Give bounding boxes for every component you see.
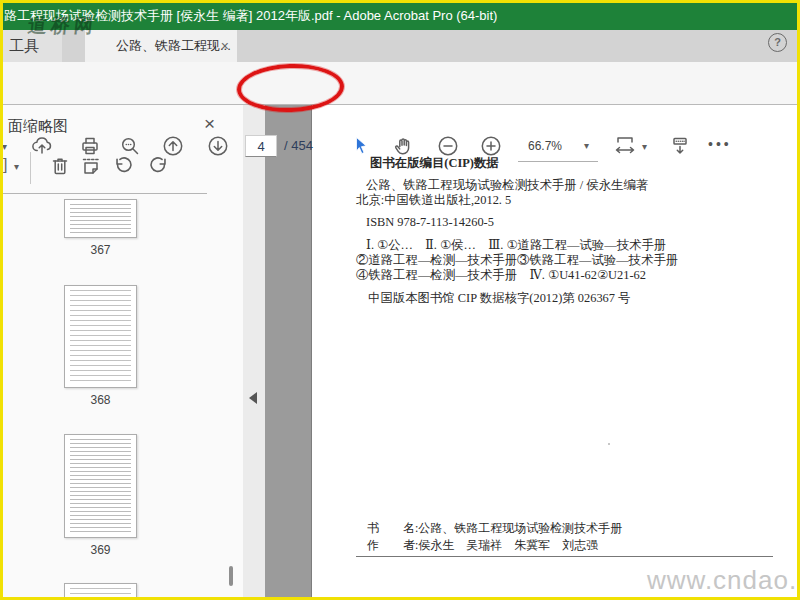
main-toolbar: ▾ [0, 62, 800, 105]
collapse-panel-icon[interactable] [249, 392, 257, 404]
tab-close-icon[interactable]: × [221, 30, 229, 62]
print-button[interactable] [78, 134, 102, 158]
colophon-block: 书 名:公路、铁路工程现场试验检测技术手册 作 者:侯永生 吴瑞祥 朱冀军 刘志… [367, 520, 622, 553]
pdf-page[interactable]: 图书在版编目(CIP)数据 公路、铁路工程现场试验检测技术手册 / 侯永生编著 … [311, 104, 800, 597]
zoom-level-value: 66.7% [528, 139, 562, 153]
cndao-watermark: www.cndao.com [647, 565, 800, 596]
search-icon [118, 134, 142, 158]
zoom-caret-icon: ▾ [584, 140, 589, 151]
sidebar-scrollbar[interactable] [229, 566, 233, 586]
panel-close-icon[interactable]: × [204, 113, 215, 135]
thumbnail-label: 368 [64, 393, 137, 407]
thumbnail-page-370-partial[interactable] [64, 583, 137, 600]
window-title: 路工程现场试验检测技术手册 [侯永生 编著] 2012年版.pdf - Adob… [4, 7, 784, 25]
page-count-label: / 454 [284, 138, 313, 153]
extract-pages-button[interactable] [79, 154, 103, 182]
cursor-pointer-icon [349, 134, 373, 158]
page-display-button[interactable] [668, 134, 692, 158]
thumbnail-page-368[interactable] [64, 285, 137, 388]
fit-width-button[interactable] [612, 133, 636, 157]
next-page-button[interactable] [206, 134, 230, 158]
document-view: 图书在版编目(CIP)数据 公路、铁路工程现场试验检测技术手册 / 侯永生编著 … [265, 104, 800, 597]
cip-publisher-line: 北京:中国铁道出版社,2012. 5 [356, 193, 678, 208]
tab-document[interactable]: 公路、铁路工程现... × [85, 30, 237, 62]
cip-block: 图书在版编目(CIP)数据 公路、铁路工程现场试验检测技术手册 / 侯永生编著 … [356, 156, 678, 307]
rotate-right-button[interactable] [146, 154, 172, 184]
thumbnail-content [70, 588, 131, 598]
colophon-book-name: 书 名:公路、铁路工程现场试验检测技术手册 [367, 520, 622, 537]
thumbnails-panel: 面缩略图 × ] ▾ [0, 104, 243, 597]
arrow-up-circle-icon [161, 134, 185, 158]
cip-class2-line: ②道路工程—检测—技术手册③铁路工程—试验—技术手册 [356, 253, 678, 268]
thumbnail-content [70, 204, 131, 233]
thumbnail-label: 369 [64, 543, 137, 557]
arrow-down-circle-icon [206, 134, 230, 158]
cip-class3-line: ④铁路工程—检测—技术手册 Ⅳ. ①U41-62②U21-62 [356, 268, 678, 283]
thumbnail-content [70, 290, 131, 383]
cip-isbn-line: ISBN 978-7-113-14260-5 [366, 215, 678, 230]
thumbnail-page-369[interactable] [64, 434, 137, 538]
cip-title-line: 公路、铁路工程现场试验检测技术手册 / 侯永生编著 [366, 178, 678, 193]
help-icon[interactable]: ? [768, 33, 787, 52]
save-to-cloud-button[interactable] [30, 134, 54, 158]
cip-registry-line: 中国版本图书馆 CIP 数据核字(2012)第 026367 号 [368, 291, 678, 306]
tab-bar: 工具 公路、铁路工程现... × ? [0, 30, 800, 63]
sidebar-collapse-strip [243, 104, 265, 597]
rotate-left-button[interactable] [110, 154, 136, 184]
toolbar-overflow-caret-icon[interactable]: ▾ [2, 141, 7, 152]
colophon-rule [356, 556, 773, 557]
search-button[interactable] [118, 134, 142, 158]
tab-document-label: 公路、铁路工程现... [116, 38, 231, 53]
page-speck [608, 443, 610, 445]
minus-circle-icon [436, 134, 460, 158]
plus-circle-icon [479, 134, 503, 158]
colophon-authors: 作 者:侯永生 吴瑞祥 朱冀军 刘志强 [367, 537, 622, 554]
daoqiao-watermark: 道桥网 [27, 13, 99, 39]
window-titlebar: 路工程现场试验检测技术手册 [侯永生 编著] 2012年版.pdf - Adob… [0, 0, 800, 30]
zoom-level-dropdown[interactable]: 66.7% ▾ [518, 131, 598, 162]
zoom-out-button[interactable] [436, 134, 460, 158]
page-number-input[interactable] [245, 135, 277, 157]
thumbnail-label: 367 [64, 243, 137, 257]
zoom-in-button[interactable] [479, 134, 503, 158]
printer-icon [78, 134, 102, 158]
thumbnail-content [70, 439, 131, 533]
scrolling-pages-icon [668, 134, 692, 158]
panel-divider [0, 193, 207, 194]
options-caret-icon[interactable]: ▾ [14, 161, 19, 172]
options-cropped-icon[interactable]: ] [3, 156, 7, 174]
more-tools-button[interactable]: ••• [708, 136, 732, 152]
cip-class1-line: Ⅰ. ①公… Ⅱ. ①侯… Ⅲ. ①道路工程—试验—技术手册 [366, 238, 678, 253]
hand-tool-button[interactable] [392, 134, 416, 158]
hand-icon [392, 134, 416, 158]
fit-width-caret-icon[interactable]: ▾ [642, 141, 647, 152]
thumbnail-page-367[interactable] [64, 199, 137, 238]
delete-pages-button[interactable] [48, 154, 72, 182]
acrobat-window: 路工程现场试验检测技术手册 [侯永生 编著] 2012年版.pdf - Adob… [0, 0, 800, 600]
cloud-upload-icon [30, 134, 54, 158]
fit-width-icon [612, 133, 638, 159]
select-tool-button[interactable] [349, 134, 373, 158]
previous-page-button[interactable] [161, 134, 185, 158]
